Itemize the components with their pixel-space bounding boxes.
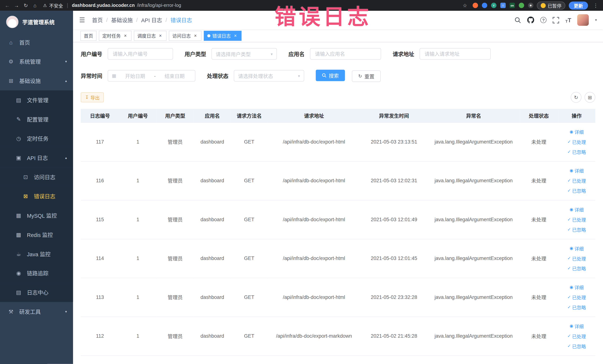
fullscreen-icon[interactable] — [553, 17, 559, 23]
tab-label: 调度日志 — [137, 32, 156, 39]
cell-user-id: 1 — [119, 200, 156, 239]
reset-button-label: 重置 — [364, 72, 374, 80]
paused-extension-button[interactable]: 已暂停 — [537, 1, 565, 10]
tab-error-log[interactable]: 错误日志× — [204, 31, 242, 41]
action-processed-link[interactable]: ✓已处理 — [568, 215, 586, 224]
cell-process-status: 未处理 — [520, 239, 558, 278]
reset-button[interactable]: ↻ 重置 — [352, 70, 381, 82]
user-id-input[interactable] — [108, 48, 173, 59]
sidebar-item-log-center[interactable]: ▤日志中心 — [0, 283, 73, 302]
y-extension-icon[interactable]: Y — [491, 3, 496, 8]
user-avatar[interactable] — [577, 14, 589, 26]
water-drop-extension-icon[interactable] — [482, 3, 487, 8]
sidebar-item-home[interactable]: ⌂首页 — [0, 33, 73, 52]
leaf-extension-icon[interactable] — [519, 3, 524, 8]
action-ignored-link[interactable]: ✓已忽略 — [568, 225, 586, 234]
action-processed-link[interactable]: ✓已处理 — [568, 331, 586, 341]
refresh-table-button[interactable]: ↻ — [571, 92, 581, 103]
sidebar-item-infrastructure[interactable]: ⊞基础设施▴ — [0, 71, 73, 91]
tab-home[interactable]: 首页 — [81, 31, 97, 41]
action-ignored-link[interactable]: ✓已忽略 — [568, 264, 586, 273]
cell-exception-name: java.lang.IllegalArgumentException — [428, 200, 520, 239]
action-label: 已处理 — [572, 216, 586, 223]
check-icon: ✓ — [568, 217, 571, 222]
sidebar-item-label: 定时任务 — [27, 135, 48, 142]
action-ignored-link[interactable]: ✓已忽略 — [568, 303, 586, 312]
browser-reload-icon[interactable]: ↻ — [22, 1, 30, 10]
sidebar-item-error-log[interactable]: ⊠错误日志 — [0, 187, 73, 206]
cell-actions: ◉详细✓已处理✓已忽略 — [558, 161, 595, 200]
sidebar-item-dev-tools[interactable]: ⚒研发工具▾ — [0, 302, 73, 321]
action-processed-link[interactable]: ✓已处理 — [568, 137, 586, 146]
sidebar-item-scheduled-tasks[interactable]: ◷定时任务 — [0, 129, 73, 148]
tab-schedule-log[interactable]: 调度日志× — [134, 31, 166, 41]
action-detail-link[interactable]: ◉详细 — [570, 244, 584, 253]
action-detail-link[interactable]: ◉详细 — [570, 205, 584, 214]
export-button[interactable]: ↧ 导出 — [81, 92, 104, 102]
sidebar-item-config-management[interactable]: ✎配置管理 — [0, 110, 73, 129]
cell-user-id: 1 — [119, 239, 156, 278]
address-bar[interactable]: ⚠ 不安全 dashboard.yudao.iocoder.cn/infra/l… — [43, 2, 181, 9]
sidebar-item-java-monitor[interactable]: ☕Java 监控 — [0, 244, 73, 263]
pin-extension-icon[interactable]: ✱ — [528, 3, 533, 8]
home-icon: ⌂ — [8, 39, 14, 46]
column-settings-button[interactable]: ⊞ — [584, 92, 595, 103]
browser-home-icon[interactable]: ⌂ — [31, 1, 39, 10]
sidebar-item-system-management[interactable]: ⚙系统管理▾ — [0, 52, 73, 71]
sidebar-item-api-log[interactable]: ▣API 日志▴ — [0, 148, 73, 167]
sidebar-item-redis-monitor[interactable]: ▩Redis 监控 — [0, 225, 73, 244]
user-type-select[interactable]: 请选择用户类型 ▾ — [211, 48, 277, 59]
hamburger-icon[interactable]: ☰ — [79, 16, 85, 24]
cell-request-method: GET — [231, 317, 268, 355]
close-icon[interactable]: × — [193, 33, 198, 38]
eye-icon: ◉ — [570, 246, 573, 250]
action-detail-link[interactable]: ◉详细 — [570, 282, 584, 292]
action-ignored-link[interactable]: ✓已忽略 — [568, 341, 586, 351]
request-url-input[interactable] — [419, 48, 491, 59]
app-name-input[interactable] — [310, 48, 381, 59]
tab-scheduled-tasks[interactable]: 定时任务× — [99, 31, 131, 41]
action-processed-link[interactable]: ✓已处理 — [568, 254, 586, 263]
sidebar-item-file-management[interactable]: ▤文件管理 — [0, 91, 73, 110]
action-ignored-link[interactable]: ✓已忽略 — [568, 147, 586, 156]
grid-extension-icon[interactable]: ∷ — [500, 3, 506, 8]
avatar-caret-down-icon[interactable]: ▾ — [595, 18, 597, 22]
close-icon[interactable]: × — [158, 33, 163, 38]
close-icon[interactable]: × — [233, 33, 238, 38]
sidebar-item-mysql-monitor[interactable]: ▦MySQL 监控 — [0, 206, 73, 225]
database-icon: ▦ — [15, 212, 22, 218]
sidebar-item-access-log[interactable]: ⊡访问日志 — [0, 167, 73, 187]
close-icon[interactable]: × — [123, 33, 128, 38]
font-size-icon[interactable]: TT — [565, 17, 571, 23]
breadcrumb-item[interactable]: 基础设施 — [111, 16, 133, 24]
search-icon[interactable] — [515, 17, 521, 23]
browser-forward-icon[interactable]: → — [12, 1, 21, 10]
eye-icon: ◉ — [570, 169, 573, 173]
calendar-icon: ▦ — [112, 73, 116, 78]
help-icon[interactable]: ? — [540, 17, 546, 23]
on-badge-extension-icon[interactable]: on — [510, 3, 515, 8]
tab-access-log[interactable]: 访问日志× — [169, 31, 201, 41]
browser-update-button[interactable]: 更新 — [569, 1, 588, 10]
process-status-select[interactable]: 请选择处理状态 ▾ — [234, 70, 304, 82]
browser-back-icon[interactable]: ← — [3, 1, 12, 10]
action-processed-link[interactable]: ✓已处理 — [568, 176, 586, 185]
bookmark-star-icon[interactable]: ☆ — [461, 1, 469, 10]
exception-time-range-picker[interactable]: ▦ 开始日期 - 结束日期 — [108, 70, 195, 82]
browser-menu-icon[interactable]: ⋮ — [591, 1, 600, 10]
action-processed-link[interactable]: ✓已处理 — [568, 293, 586, 302]
breadcrumb-item[interactable]: 首页 — [92, 16, 103, 24]
sidebar-item-link-tracing[interactable]: ◉链路追踪 — [0, 263, 73, 283]
record-extension-icon[interactable] — [473, 3, 478, 8]
github-icon[interactable] — [527, 16, 534, 23]
action-label: 详细 — [574, 206, 584, 213]
action-detail-link[interactable]: ◉详细 — [570, 166, 584, 175]
action-detail-link[interactable]: ◉详细 — [570, 127, 584, 137]
sidebar-logo[interactable]: 芋道管理系统 — [0, 11, 73, 33]
action-detail-link[interactable]: ◉详细 — [570, 321, 584, 331]
search-button[interactable]: 搜索 — [316, 70, 345, 81]
action-ignored-link[interactable]: ✓已忽略 — [568, 186, 586, 195]
address-divider — [67, 3, 68, 8]
breadcrumb-item[interactable]: API 日志 — [141, 16, 162, 24]
check-icon: ✓ — [568, 266, 571, 270]
